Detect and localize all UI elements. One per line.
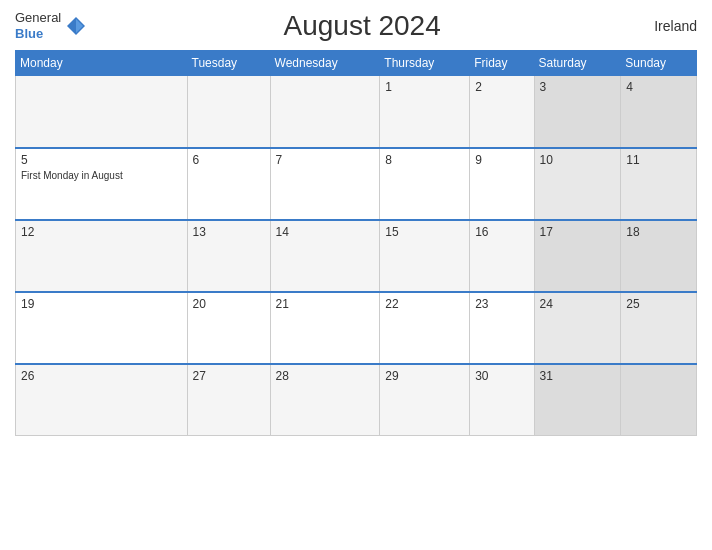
day-number: 15 (385, 225, 464, 239)
calendar-day-cell: 31 (534, 364, 621, 436)
day-number: 7 (276, 153, 375, 167)
day-number: 5 (21, 153, 182, 167)
calendar-day-cell: 5First Monday in August (16, 148, 188, 220)
day-header-sunday: Sunday (621, 51, 697, 76)
day-number: 9 (475, 153, 528, 167)
day-number: 18 (626, 225, 691, 239)
day-number: 6 (193, 153, 265, 167)
day-number: 28 (276, 369, 375, 383)
day-number: 25 (626, 297, 691, 311)
day-number: 24 (540, 297, 616, 311)
day-number: 23 (475, 297, 528, 311)
day-number: 3 (540, 80, 616, 94)
calendar-header-row: MondayTuesdayWednesdayThursdayFridaySatu… (16, 51, 697, 76)
calendar-day-cell: 22 (380, 292, 470, 364)
calendar-day-cell: 23 (470, 292, 534, 364)
calendar-day-cell: 11 (621, 148, 697, 220)
calendar-week-row: 12131415161718 (16, 220, 697, 292)
calendar-day-cell: 20 (187, 292, 270, 364)
calendar-day-cell (270, 76, 380, 148)
day-header-tuesday: Tuesday (187, 51, 270, 76)
calendar-day-cell: 26 (16, 364, 188, 436)
day-number: 17 (540, 225, 616, 239)
calendar-day-cell (187, 76, 270, 148)
day-number: 12 (21, 225, 182, 239)
day-number: 11 (626, 153, 691, 167)
day-number: 27 (193, 369, 265, 383)
calendar-day-cell: 8 (380, 148, 470, 220)
calendar-week-row: 1234 (16, 76, 697, 148)
calendar-day-cell: 13 (187, 220, 270, 292)
day-number: 4 (626, 80, 691, 94)
calendar-day-cell: 9 (470, 148, 534, 220)
calendar-header: General Blue August 2024 Ireland (15, 10, 697, 42)
calendar-country: Ireland (637, 18, 697, 34)
calendar-body: 12345First Monday in August6789101112131… (16, 76, 697, 436)
logo-text: General Blue (15, 10, 61, 41)
day-number: 29 (385, 369, 464, 383)
calendar-title: August 2024 (87, 10, 637, 42)
calendar-container: General Blue August 2024 Ireland MondayT… (0, 0, 712, 550)
day-number: 2 (475, 80, 528, 94)
calendar-day-cell: 6 (187, 148, 270, 220)
days-of-week-row: MondayTuesdayWednesdayThursdayFridaySatu… (16, 51, 697, 76)
calendar-day-cell: 1 (380, 76, 470, 148)
day-header-wednesday: Wednesday (270, 51, 380, 76)
day-number: 8 (385, 153, 464, 167)
day-number: 10 (540, 153, 616, 167)
calendar-day-cell: 25 (621, 292, 697, 364)
day-number: 13 (193, 225, 265, 239)
day-number: 14 (276, 225, 375, 239)
day-number: 1 (385, 80, 464, 94)
calendar-week-row: 19202122232425 (16, 292, 697, 364)
calendar-day-cell: 19 (16, 292, 188, 364)
holiday-label: First Monday in August (21, 169, 182, 182)
calendar-day-cell: 2 (470, 76, 534, 148)
calendar-day-cell: 10 (534, 148, 621, 220)
calendar-day-cell: 29 (380, 364, 470, 436)
calendar-day-cell: 7 (270, 148, 380, 220)
day-number: 20 (193, 297, 265, 311)
calendar-table: MondayTuesdayWednesdayThursdayFridaySatu… (15, 50, 697, 436)
logo: General Blue (15, 10, 87, 41)
day-number: 22 (385, 297, 464, 311)
day-header-saturday: Saturday (534, 51, 621, 76)
calendar-week-row: 262728293031 (16, 364, 697, 436)
logo-blue: Blue (15, 26, 61, 42)
logo-flag-icon (65, 15, 87, 37)
calendar-day-cell: 15 (380, 220, 470, 292)
day-header-friday: Friday (470, 51, 534, 76)
calendar-day-cell: 28 (270, 364, 380, 436)
calendar-day-cell: 3 (534, 76, 621, 148)
logo-general: General (15, 10, 61, 26)
calendar-day-cell: 14 (270, 220, 380, 292)
day-header-thursday: Thursday (380, 51, 470, 76)
day-number: 19 (21, 297, 182, 311)
calendar-day-cell: 4 (621, 76, 697, 148)
day-number: 16 (475, 225, 528, 239)
day-header-monday: Monday (16, 51, 188, 76)
day-number: 30 (475, 369, 528, 383)
calendar-day-cell: 27 (187, 364, 270, 436)
calendar-day-cell: 16 (470, 220, 534, 292)
day-number: 21 (276, 297, 375, 311)
calendar-day-cell (621, 364, 697, 436)
calendar-day-cell: 30 (470, 364, 534, 436)
day-number: 31 (540, 369, 616, 383)
calendar-day-cell: 24 (534, 292, 621, 364)
day-number: 26 (21, 369, 182, 383)
calendar-day-cell (16, 76, 188, 148)
calendar-day-cell: 18 (621, 220, 697, 292)
calendar-day-cell: 21 (270, 292, 380, 364)
calendar-week-row: 5First Monday in August67891011 (16, 148, 697, 220)
calendar-day-cell: 17 (534, 220, 621, 292)
calendar-day-cell: 12 (16, 220, 188, 292)
